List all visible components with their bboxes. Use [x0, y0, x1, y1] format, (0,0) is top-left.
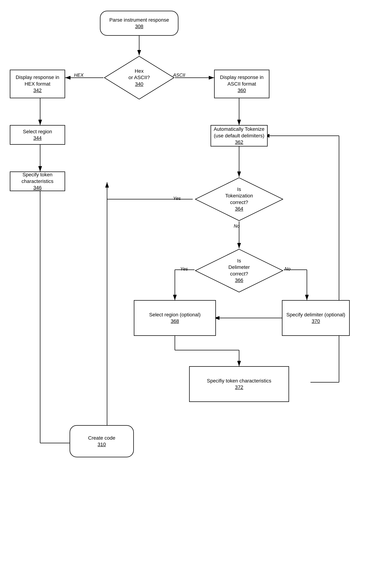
specify-token-hex-ref: 346 — [33, 185, 42, 191]
parse-label: Parse instrument response — [109, 17, 169, 23]
display-ascii-node: Display response in ASCII format 360 — [214, 70, 269, 98]
create-code-ref: 310 — [98, 441, 106, 448]
select-region-optional-ref: 368 — [171, 318, 179, 324]
tokenization-correct-diamond: IsTokenizationcorrect? 364 — [194, 177, 284, 222]
display-hex-ref: 342 — [33, 87, 42, 94]
delimiter-yes-label: Yes — [180, 266, 188, 272]
parse-ref: 308 — [135, 23, 144, 30]
display-ascii-label: Display response in ASCII format — [215, 74, 269, 87]
auto-tokenize-node: Automatically Tokenize(use default delim… — [211, 125, 268, 146]
display-ascii-ref: 360 — [238, 87, 246, 94]
specify-delimiter-ref: 370 — [312, 318, 320, 324]
specify-token-hex-node: Specify token characteristics 346 — [10, 172, 65, 191]
select-region-node: Select region 344 — [10, 125, 65, 145]
auto-tokenize-label: Automatically Tokenize(use default delim… — [214, 126, 264, 139]
specify-token-ascii-ref: 372 — [235, 384, 243, 390]
select-region-label: Select region — [23, 129, 52, 135]
delimiter-correct-label: IsDelimetercorrect? 366 — [228, 258, 250, 284]
delimiter-correct-diamond: IsDelimetercorrect? 366 — [194, 248, 284, 293]
create-code-node: Create code 310 — [70, 425, 134, 457]
parse-node: Parse instrument response 308 — [100, 11, 179, 36]
specify-token-ascii-node: Specifiy token characteristics 372 — [189, 366, 289, 402]
select-region-ref: 344 — [33, 135, 42, 141]
auto-tokenize-ref: 362 — [235, 139, 243, 145]
select-region-optional-node: Select region (optional) 368 — [134, 300, 216, 336]
hex-branch-label: HEX — [74, 72, 83, 78]
create-code-label: Create code — [88, 435, 115, 441]
display-hex-node: Display response in HEX format 342 — [10, 70, 65, 98]
hex-ascii-label: Hexor ASCII? 340 — [128, 68, 150, 87]
specify-token-ascii-label: Specifiy token characteristics — [207, 378, 271, 384]
hex-ascii-diamond: Hexor ASCII? 340 — [103, 55, 175, 100]
tokenization-no-label: No — [234, 223, 240, 229]
delimiter-no-label: No — [285, 266, 291, 272]
specify-delimiter-node: Specify delimiter (optional) 370 — [282, 300, 350, 336]
display-hex-label: Display response in HEX format — [10, 74, 65, 87]
select-region-optional-label: Select region (optional) — [149, 312, 201, 318]
specify-token-hex-label: Specify token characteristics — [10, 172, 65, 185]
specify-delimiter-label: Specify delimiter (optional) — [286, 312, 345, 318]
ascii-branch-label: ASCII — [173, 72, 185, 78]
tokenization-correct-label: IsTokenizationcorrect? 364 — [225, 186, 253, 212]
tokenization-yes-label: Yes — [173, 196, 181, 201]
